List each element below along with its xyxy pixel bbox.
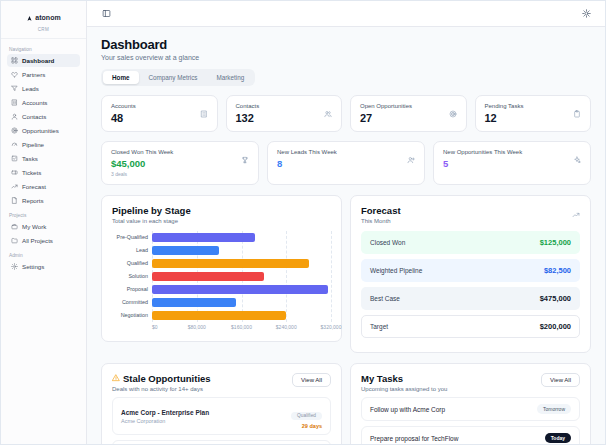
stat-card-new-opportunities-this-week: New Opportunities This Week5 bbox=[433, 141, 591, 185]
chart-x-tick: $160,000 bbox=[231, 324, 252, 330]
forecast-icon-slot bbox=[572, 205, 580, 223]
sidebar-item-contacts[interactable]: Contacts bbox=[7, 110, 80, 123]
nav-section: AdminSettings bbox=[7, 253, 80, 273]
chart-bar-row bbox=[152, 270, 331, 283]
user-plus-icon bbox=[407, 156, 415, 164]
stat-card-accounts: Accounts48 bbox=[101, 95, 218, 132]
theme-toggle-button[interactable] bbox=[579, 7, 593, 21]
sidebar-item-tasks[interactable]: Tasks bbox=[7, 152, 80, 165]
forecast-row-weighted-pipeline: Weighted Pipeline$82,500 bbox=[361, 259, 580, 282]
task-row[interactable]: Follow up with Acme CorpTomorrow bbox=[361, 397, 580, 421]
stale-opportunity-row[interactable]: TechFlow - Platform LicenseTechFlow Solu… bbox=[112, 440, 331, 444]
sidebar-item-label: Tasks bbox=[22, 155, 38, 162]
sidebar-item-leads[interactable]: Leads bbox=[7, 82, 80, 95]
chart-category-label: Solution bbox=[112, 270, 152, 283]
trending-up-icon bbox=[572, 211, 580, 219]
sidebar-item-partners[interactable]: Partners bbox=[7, 68, 80, 81]
stale-opportunity-row[interactable]: Acme Corp - Enterprise PlanAcme Corporat… bbox=[112, 397, 331, 435]
all-projects-icon bbox=[11, 237, 18, 244]
tab-marketing[interactable]: Marketing bbox=[208, 71, 254, 84]
my-tasks-view-all-button[interactable]: View All bbox=[541, 373, 580, 387]
chart-bar-row bbox=[152, 231, 331, 244]
stat-label: Open Opportunities bbox=[360, 103, 457, 109]
sidebar-item-accounts[interactable]: Accounts bbox=[7, 96, 80, 109]
sidebar-item-all-projects[interactable]: All Projects bbox=[7, 234, 80, 247]
stat-value: 132 bbox=[236, 112, 333, 124]
sidebar-toggle-button[interactable] bbox=[99, 7, 113, 21]
warning-icon bbox=[112, 374, 120, 382]
sidebar-item-forecast[interactable]: Forecast bbox=[7, 180, 80, 193]
panels-row: Pipeline by Stage Total value in each st… bbox=[101, 195, 591, 353]
logo-name: atonom bbox=[35, 14, 60, 21]
stat-label: Contacts bbox=[236, 103, 333, 109]
forecast-row-value: $475,000 bbox=[540, 294, 571, 303]
nav-section: ProjectsMy WorkAll Projects bbox=[7, 213, 80, 247]
tab-company-metrics[interactable]: Company Metrics bbox=[140, 71, 207, 84]
clipboard-icon bbox=[573, 110, 581, 118]
dashboard-content: Dashboard Your sales overview at a glanc… bbox=[87, 27, 605, 444]
stat-label: Accounts bbox=[111, 103, 208, 109]
page-subtitle: Your sales overview at a glance bbox=[101, 54, 591, 61]
sidebar-item-label: Partners bbox=[22, 71, 45, 78]
dashboard-icon bbox=[11, 57, 18, 64]
nav-section: NavigationDashboardPartnersLeadsAccounts… bbox=[7, 47, 80, 207]
logo-icon bbox=[26, 15, 33, 22]
sidebar-item-label: Contacts bbox=[22, 113, 46, 120]
page-title: Dashboard bbox=[101, 37, 591, 52]
stat-label: New Opportunities This Week bbox=[443, 149, 581, 155]
stale-opportunities-view-all-button[interactable]: View All bbox=[292, 373, 331, 387]
sidebar-item-tickets[interactable]: Tickets bbox=[7, 166, 80, 179]
sidebar-item-dashboard[interactable]: Dashboard bbox=[7, 54, 80, 67]
stat-value: 5 bbox=[443, 158, 581, 169]
sidebar-item-opportunities[interactable]: Opportunities bbox=[7, 124, 80, 137]
chart-x-tick: $240,000 bbox=[276, 324, 297, 330]
tasks-icon bbox=[11, 155, 18, 162]
contacts-icon bbox=[11, 113, 18, 120]
chart-bar-row bbox=[152, 244, 331, 257]
chart-category-labels: Pre-QualifiedLeadQualifiedSolutionPropos… bbox=[112, 231, 152, 322]
stat-value: 48 bbox=[111, 112, 208, 124]
sidebar-item-pipeline[interactable]: Pipeline bbox=[7, 138, 80, 151]
chart-bar-row bbox=[152, 309, 331, 322]
forecast-row-label: Target bbox=[370, 323, 388, 330]
sidebar-item-label: All Projects bbox=[22, 237, 53, 244]
stat-card-new-leads-this-week: New Leads This Week8 bbox=[267, 141, 425, 185]
stat-value: 8 bbox=[277, 158, 415, 169]
sidebar-item-label: Settings bbox=[22, 263, 44, 270]
chart-category-label: Pre-Qualified bbox=[112, 231, 152, 244]
tab-home[interactable]: Home bbox=[103, 71, 139, 84]
pipeline-chart-subtitle: Total value in each stage bbox=[112, 218, 191, 224]
stat-sub: 3 deals bbox=[111, 171, 249, 177]
logo-icon-slot bbox=[26, 8, 33, 26]
forecast-row-target: Target$200,000 bbox=[361, 315, 580, 338]
forecast-subtitle: This Month bbox=[361, 218, 401, 224]
sidebar-item-settings[interactable]: Settings bbox=[7, 260, 80, 273]
reports-icon bbox=[11, 197, 18, 204]
sidebar-item-reports[interactable]: Reports bbox=[7, 194, 80, 207]
pipeline-chart-title: Pipeline by Stage bbox=[112, 205, 191, 216]
chart-bar-lead bbox=[152, 246, 219, 256]
sidebar-item-label: Dashboard bbox=[22, 57, 54, 64]
task-row[interactable]: Prepare proposal for TechFlowToday bbox=[361, 426, 580, 444]
building-icon bbox=[200, 110, 208, 118]
chart-bar-qualified bbox=[152, 259, 309, 269]
settings-icon bbox=[11, 263, 18, 270]
my-tasks-card: My Tasks Upcoming tasks assigned to you … bbox=[350, 363, 591, 444]
sidebar-item-my-work[interactable]: My Work bbox=[7, 220, 80, 233]
task-name: Follow up with Acme Corp bbox=[370, 406, 445, 413]
sidebar-item-label: Opportunities bbox=[22, 127, 59, 134]
sidebar-item-label: Reports bbox=[22, 197, 44, 204]
chart-bar-row bbox=[152, 283, 331, 296]
topbar bbox=[87, 1, 605, 27]
stat-card-open-opportunities: Open Opportunities27 bbox=[350, 95, 467, 132]
main-area: Dashboard Your sales overview at a glanc… bbox=[87, 1, 605, 444]
chart-bar-committed bbox=[152, 298, 236, 308]
stale-opportunities-card: Stale Opportunities Deals with no activi… bbox=[101, 363, 342, 444]
partners-icon bbox=[11, 71, 18, 78]
sidebar-nav: NavigationDashboardPartnersLeadsAccounts… bbox=[1, 39, 86, 283]
chart-bar-proposal bbox=[152, 285, 328, 295]
stat-value: 12 bbox=[485, 112, 582, 124]
stat-card-contacts: Contacts132 bbox=[226, 95, 343, 132]
forecast-card: Forecast This Month Closed Won$125,000We… bbox=[350, 195, 591, 353]
panel-left-icon bbox=[102, 9, 111, 18]
